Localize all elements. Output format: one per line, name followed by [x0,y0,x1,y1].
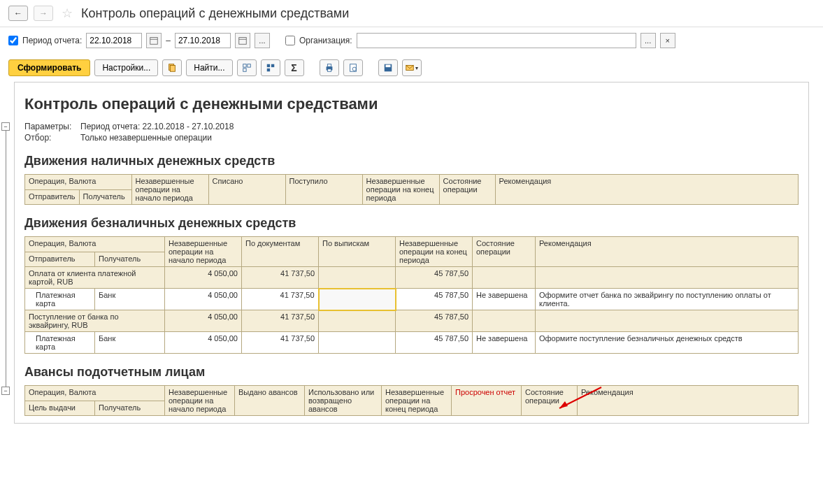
period-select-button[interactable]: ... [255,33,270,48]
page-title: Контроль операций с денежными средствами [81,6,349,21]
s3-h9: Цель выдачи [25,401,95,416]
s1-h3: Списано [208,175,285,205]
preview-button[interactable] [343,59,363,76]
date-from-input[interactable] [86,33,142,48]
cash-table: Операция, Валюта Незавершенные операции … [24,174,799,205]
s1-h4: Поступило [285,175,362,205]
org-clear-button[interactable]: × [660,33,675,48]
s2-h6: Состояние операции [473,237,536,267]
period-checkbox[interactable] [8,36,18,45]
org-select-button[interactable]: ... [640,33,656,48]
org-input[interactable] [357,33,636,48]
s2-h1: Операция, Валюта [25,237,165,252]
svg-rect-6 [243,64,245,67]
favorite-icon[interactable]: ☆ [62,6,73,21]
s2-h5: Незавершенные операции на конец периода [396,237,473,267]
calendar-to-button[interactable] [235,33,250,48]
s3-h8: Рекомендация [578,386,799,416]
advances-table: Операция, Валюта Незавершенные операции … [24,385,799,416]
s2-h2: Незавершенные операции на начало периода [165,237,242,267]
date-separator: – [166,36,171,45]
table-row[interactable]: Платежная карта Банк 4 050,00 41 737,50 … [25,289,799,310]
s1-h9: Получатель [79,189,131,205]
s1-h5: Незавершенные операции на конец периода [362,175,439,205]
generate-button[interactable]: Сформировать [8,59,90,76]
noncash-table: Операция, Валюта Незавершенные операции … [24,236,799,354]
s2-h4: По выпискам [319,237,396,267]
find-button[interactable]: Найти... [186,59,232,76]
s3-h1: Операция, Валюта [25,386,165,401]
s3-h5: Незавершенные операции на конец периода [382,386,452,416]
collapse-button[interactable] [261,59,280,76]
params-label: Параметры: [24,122,80,131]
s1-h1: Операция, Валюта [25,175,132,190]
settings-button[interactable]: Настройки... [94,59,158,76]
svg-rect-7 [247,64,250,67]
collapse-report[interactable]: − [1,122,10,131]
filter-value: Только незавершенные операции [80,133,212,143]
variants-button[interactable] [162,59,182,76]
svg-rect-10 [271,64,273,67]
s1-h6: Состояние операции [439,175,495,205]
svg-rect-14 [327,69,331,72]
table-row[interactable]: Оплата от клиента платежной картой, RUB … [25,267,799,289]
s2-h3: По документам [242,237,319,267]
print-button[interactable] [320,59,339,76]
selected-cell[interactable] [319,289,396,310]
params-value: Период отчета: 22.10.2018 - 27.10.2018 [80,122,234,131]
svg-rect-2 [239,38,247,45]
s1-h7: Рекомендация [495,175,798,205]
filter-label: Отбор: [24,133,80,143]
org-checkbox[interactable] [285,36,295,45]
date-to-input[interactable] [175,33,231,48]
s3-h7: Состояние операции [522,386,578,416]
sum-button[interactable]: Σ [285,59,304,76]
svg-rect-9 [266,64,269,67]
s3-h6: Просрочен отчет [452,386,522,416]
tree-line [6,131,6,391]
save-button[interactable] [378,59,398,76]
s1-h8: Отправитель [25,189,80,205]
section2-title: Движения безналичных денежных средств [24,216,799,231]
calendar-from-button[interactable] [146,33,162,48]
nav-back-button[interactable]: ← [8,6,28,21]
svg-rect-0 [150,38,158,45]
email-button[interactable]: ▾ [402,59,422,76]
s2-h9: Получатель [95,252,165,267]
svg-rect-11 [266,69,269,71]
s3-h10: Получатель [95,401,165,416]
nav-forward-button[interactable]: → [34,6,53,21]
annotation-arrow-2 [563,422,619,424]
period-label: Период отчета: [22,36,82,45]
svg-rect-8 [243,69,245,71]
section1-title: Движения наличных денежных средств [24,154,799,168]
report-title: Контроль операций с денежными средствами [24,95,799,113]
s3-h4: Использовано или возвращено авансов [305,386,382,416]
svg-rect-18 [385,65,390,68]
s2-h7: Рекомендация [536,237,799,267]
expand-button[interactable] [237,59,257,76]
s1-h2: Незавершенные операции на начало периода [131,175,208,205]
table-row[interactable]: Поступление от банка по эквайрингу, RUB … [25,310,799,332]
svg-rect-13 [327,64,331,67]
s3-h3: Выдано авансов [235,386,305,416]
svg-rect-5 [171,66,176,72]
s2-h8: Отправитель [25,252,95,267]
table-row[interactable]: Платежная карта Банк 4 050,00 41 737,50 … [25,332,799,354]
collapse-row-1[interactable]: − [1,387,10,395]
s3-h2: Незавершенные операции на начало периода [165,386,235,416]
org-label: Организация: [299,36,352,45]
section3-title: Авансы подотчетным лицам [24,365,799,380]
